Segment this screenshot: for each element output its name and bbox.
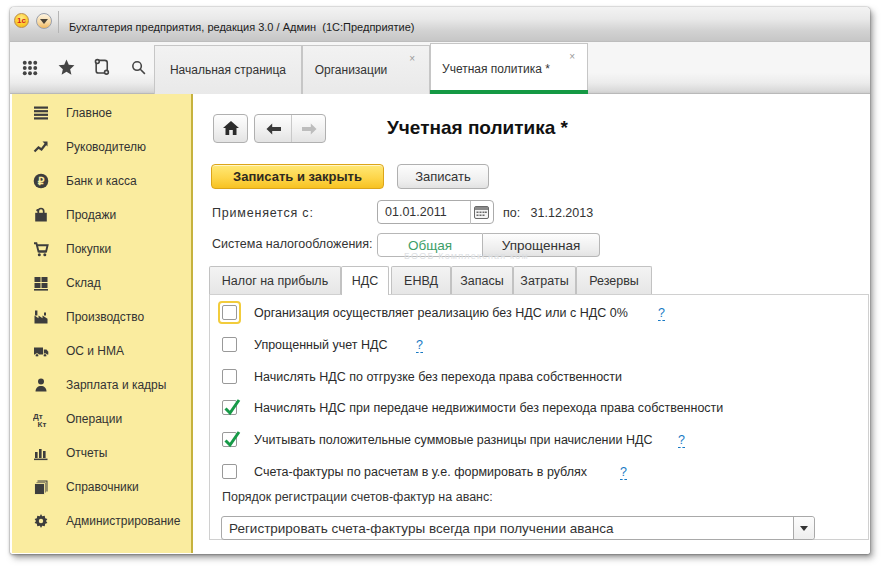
svg-text:₽: ₽ <box>38 175 45 187</box>
svg-text:Кт: Кт <box>38 420 47 428</box>
